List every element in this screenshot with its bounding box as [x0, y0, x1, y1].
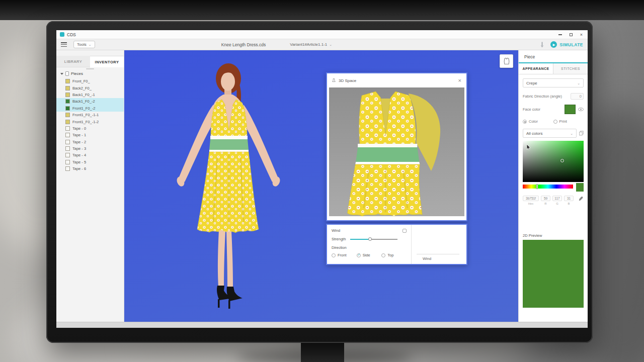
simulate-button[interactable]: ▶ SIMULATE	[550, 41, 583, 48]
wind-axis-label: Wind	[423, 256, 431, 261]
radio-icon	[381, 253, 385, 257]
simulate-label: SIMULATE	[559, 42, 583, 47]
pieces-root-label: Pieces	[71, 71, 83, 76]
close-icon[interactable]: ×	[580, 33, 583, 36]
2d-preview-swatch[interactable]	[523, 240, 584, 308]
list-item[interactable]: Front1_F0_-1-2	[56, 118, 124, 125]
window-titlebar: CDS ×	[56, 30, 588, 39]
3d-space-preview[interactable]	[329, 87, 464, 216]
tab-library[interactable]: LIBRARY	[56, 56, 90, 67]
list-item[interactable]: Tape - 6	[56, 165, 124, 172]
blue-label: B	[564, 202, 574, 205]
eyedropper-icon[interactable]	[579, 196, 584, 201]
list-item[interactable]: Tape - 5	[56, 159, 124, 165]
3d-space-panel-header[interactable]: 3D Space ×	[327, 73, 466, 87]
fabric-select[interactable]: Crepe ⌄	[523, 78, 584, 87]
monitor-stand	[301, 341, 344, 362]
tab-piece[interactable]: Piece	[519, 50, 588, 63]
eye-icon[interactable]	[578, 108, 584, 111]
piece-swatch	[65, 120, 70, 124]
radio-wind-top[interactable]: Top	[381, 253, 407, 257]
monitor-bezel: CDS × Tools ⌄ Knee Length Dress.cds Vari…	[46, 21, 593, 343]
hex-label: Hex	[523, 202, 539, 205]
red-input[interactable]: 59	[541, 196, 550, 201]
strength-label: Strength	[332, 237, 346, 241]
inventory-sidebar: LIBRARY INVENTORY Pieces Front_F0_ Back2…	[56, 50, 124, 322]
piece-tool-button[interactable]	[500, 54, 513, 68]
hue-slider[interactable]	[523, 185, 573, 189]
piece-swatch	[65, 153, 70, 157]
color-selection-ring	[560, 159, 564, 162]
app-title: CDS	[67, 32, 76, 37]
face-color-swatch[interactable]	[565, 105, 576, 114]
2d-preview-label: 2D Preview	[523, 233, 584, 238]
radio-color-mode[interactable]: Color	[523, 119, 553, 124]
strength-slider[interactable]	[350, 237, 397, 241]
list-item[interactable]: Front1_F0_-2	[56, 105, 124, 112]
list-item[interactable]: Tape - 4	[56, 152, 124, 158]
list-item[interactable]: Tape - 0	[56, 125, 124, 132]
color-gradient-picker[interactable]	[523, 141, 584, 182]
direction-label: Direction	[332, 245, 407, 250]
3d-viewport[interactable]: 3D Space ×	[124, 50, 518, 322]
tab-inventory[interactable]: INVENTORY	[90, 56, 124, 67]
tab-stitches[interactable]: STITCHES	[553, 63, 588, 74]
app-window: CDS × Tools ⌄ Knee Length Dress.cds Vari…	[56, 30, 588, 328]
avatar-3d-model[interactable]	[167, 56, 288, 320]
wind-title: Wind	[332, 228, 340, 233]
document-name: Knee Length Dress.cds	[221, 42, 266, 47]
minimize-icon[interactable]	[558, 34, 562, 35]
fabric-direction-input[interactable]: 0	[571, 93, 584, 100]
panel-pin-icon	[332, 78, 336, 83]
background-ceiling-band	[0, 0, 644, 20]
3d-space-panel[interactable]: 3D Space ×	[326, 72, 467, 221]
list-item[interactable]: Tape - 3	[56, 145, 124, 152]
green-input[interactable]: 117	[552, 196, 562, 201]
blue-input[interactable]: 31	[564, 196, 574, 201]
list-item[interactable]: Back1_F0_-2	[56, 98, 124, 105]
list-item[interactable]: Front_F0_	[56, 78, 124, 84]
wind-toggle-checkbox[interactable]	[403, 229, 407, 233]
piece-swatch	[65, 86, 70, 90]
radio-wind-side[interactable]: ✓ Side	[357, 253, 382, 257]
list-item[interactable]: Front1_F0_-1-1	[56, 112, 124, 118]
hex-input[interactable]: 3b751f	[523, 196, 539, 201]
wind-graph-area: Wind	[412, 225, 466, 264]
hue-slider-handle[interactable]	[536, 184, 538, 189]
face-color-label: Face color	[523, 107, 540, 112]
3d-space-title: 3D Space	[339, 78, 356, 83]
pin-icon[interactable]	[540, 42, 544, 47]
list-item[interactable]: Tape - 1	[56, 132, 124, 138]
piece-swatch	[65, 160, 70, 164]
list-item[interactable]: Back2_F0_	[56, 84, 124, 91]
mouse-cursor-icon	[526, 144, 531, 150]
maximize-icon[interactable]	[570, 33, 573, 36]
radio-icon	[332, 253, 336, 257]
swatchbook-icon[interactable]	[579, 131, 584, 136]
close-icon[interactable]: ×	[458, 78, 461, 83]
radio-checked-icon: ✓	[357, 253, 361, 257]
piece-swatch	[65, 99, 70, 104]
list-item[interactable]: Back1_F0_-1	[56, 92, 124, 98]
piece-swatch	[65, 113, 70, 117]
radio-icon	[553, 120, 557, 124]
radio-wind-front[interactable]: Front	[332, 253, 357, 257]
chevron-down-icon: ⌄	[329, 43, 332, 46]
piece-list: Front_F0_ Back2_F0_ Back1_F0_-1 Back1_F0…	[56, 78, 124, 322]
fabric-value: Crepe	[526, 81, 537, 85]
pieces-tree-root[interactable]: Pieces	[56, 70, 124, 78]
slider-handle[interactable]	[368, 237, 372, 241]
list-item[interactable]: Tape - 2	[56, 139, 124, 145]
wind-panel: Wind Strength Direction	[326, 224, 467, 265]
status-bar	[56, 322, 588, 328]
piece-swatch	[65, 140, 70, 144]
radio-print-mode[interactable]: Print	[553, 119, 584, 124]
red-label: R	[541, 202, 550, 205]
document-icon	[65, 71, 69, 76]
tab-appearance[interactable]: APPEARANCE	[519, 63, 553, 74]
palette-select[interactable]: All colors ⌄	[523, 129, 577, 138]
fabric-direction-label: Fabric Direction (angle)	[523, 94, 562, 99]
green-label: G	[552, 202, 562, 205]
variant-name: Variant1#Article1.1-1	[290, 42, 327, 47]
variant-selector[interactable]: Variant1#Article1.1-1 ⌄	[290, 42, 332, 47]
